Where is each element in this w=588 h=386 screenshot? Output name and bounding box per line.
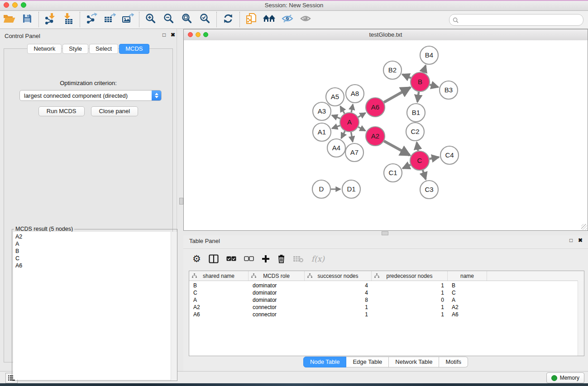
table-cell[interactable]: 1 [372,311,448,318]
close-panel-button[interactable]: Close panel [91,106,139,116]
table-cell[interactable]: C [448,290,487,296]
table-cell[interactable]: connector [249,304,305,310]
table-cell[interactable]: dominator [249,282,305,289]
mcds-result-item[interactable]: A2 [13,233,176,240]
import-table-button[interactable] [59,11,77,28]
hide-eye-button[interactable] [278,11,296,28]
table-cell[interactable]: A2 [448,304,487,310]
horizontal-divider-grip[interactable] [382,231,388,235]
close-panel-icon[interactable]: ✖ [171,32,175,38]
graph-edge-A-A1[interactable] [332,125,340,128]
zoom-fit-button[interactable] [178,11,196,28]
run-mcds-button[interactable]: Run MCDS [38,106,85,116]
float-panel-icon[interactable]: □ [163,32,166,38]
table-cell[interactable]: 1 [372,304,448,310]
graph-edge-C-C2[interactable] [417,143,418,151]
delete-table-button-disabled[interactable] [293,253,304,265]
tab-network-table[interactable]: Network Table [389,357,439,367]
table-cell[interactable]: B [189,282,249,289]
graph-edge-C-C4[interactable] [430,157,439,159]
mcds-result-item[interactable]: A [13,240,176,248]
graph-edge-A-A3[interactable] [332,115,340,119]
tab-mcds[interactable]: MCDS [119,44,149,54]
show-eye-button[interactable] [296,11,315,28]
table-cell[interactable]: A2 [189,304,249,310]
graph-edge-B-B2[interactable] [402,74,411,78]
mcds-result-item[interactable]: A6 [13,262,176,269]
graph-edge-A2-C[interactable] [384,141,410,155]
tab-style[interactable]: Style [62,44,88,54]
tab-motifs[interactable]: Motifs [439,357,468,367]
table-row[interactable]: Adominator80A [189,296,578,304]
table-scrollbar[interactable] [578,281,584,356]
graph-edge-A-A5[interactable] [340,106,344,114]
graph-edge-B-B1[interactable] [417,92,419,102]
column-header-successor-nodes[interactable]: successor nodes [305,271,372,281]
table-cell[interactable]: 0 [372,297,448,303]
graph-edge-C-C1[interactable] [403,165,411,168]
column-header-shared-name[interactable]: shared name [189,271,249,281]
graph-edge-A6-B[interactable] [384,87,410,102]
add-column-button[interactable] [262,253,270,265]
tab-node-table[interactable]: Node Table [303,357,347,367]
table-row[interactable]: Bdominator41B [189,282,578,289]
table-cell[interactable]: A6 [189,311,249,318]
duplicate-network-button[interactable] [242,11,260,28]
graph-edge-A-A8[interactable] [351,105,353,113]
search-input[interactable] [459,16,583,24]
table-cell[interactable]: 1 [372,290,448,296]
result-scrollbar[interactable] [171,232,177,381]
table-cell[interactable]: 1 [372,282,448,289]
mcds-result-item[interactable]: C [13,255,176,262]
import-network-button[interactable] [41,11,59,28]
tab-select[interactable]: Select [89,44,118,54]
refresh-button[interactable] [219,11,237,28]
export-table-button[interactable] [100,11,119,28]
open-file-button[interactable] [0,11,18,28]
function-builder-button-disabled[interactable]: f(x) [311,253,325,265]
export-image-button[interactable] [119,11,137,28]
float-table-panel-icon[interactable]: □ [569,237,573,243]
table-cell[interactable]: A [448,297,487,303]
column-header-name[interactable]: name [448,271,487,281]
vertical-divider-grip[interactable] [179,198,183,205]
graph-edge-A-A6[interactable] [358,113,365,117]
node-table[interactable]: shared nameMCDS rolesuccessor nodesprede… [189,271,584,356]
table-cell[interactable]: C [189,290,249,296]
table-settings-button[interactable]: ⚙ [192,253,201,265]
table-cell[interactable]: B [448,282,487,289]
search-field[interactable] [449,14,583,26]
memory-button[interactable]: Memory [546,372,584,383]
table-cell[interactable]: A [189,297,249,303]
delete-column-button[interactable] [277,253,285,265]
tab-network[interactable]: Network [27,44,62,54]
select-all-button[interactable] [226,253,236,265]
column-header-predecessor-nodes[interactable]: predecessor nodes [372,271,448,281]
table-row[interactable]: Cdominator41C [189,289,578,296]
zoom-in-button[interactable] [142,11,160,28]
table-cell[interactable]: dominator [249,290,305,296]
tab-edge-table[interactable]: Edge Table [346,357,389,367]
show-columns-button[interactable] [209,253,219,265]
window-resize-grip[interactable] [581,224,587,230]
table-cell[interactable]: 1 [305,304,372,310]
table-row[interactable]: A2connector11A2 [189,304,578,311]
graph-edge-A-A4[interactable] [341,131,345,138]
table-cell[interactable]: 1 [305,311,372,318]
table-cell[interactable]: 4 [305,282,372,289]
deselect-all-button[interactable] [244,253,254,265]
table-cell[interactable]: dominator [249,297,305,303]
graph-edge-B-B4[interactable] [423,66,425,72]
close-table-panel-icon[interactable]: ✖ [578,237,583,243]
table-cell[interactable]: A6 [448,311,487,318]
graph-edge-A-A7[interactable] [351,132,353,142]
save-session-button[interactable] [18,11,36,28]
network-canvas[interactable]: AA1A2A3A4A5A6A7A8BB1B2B3B4CC1C2C3C4DD1 [184,40,588,230]
zoom-selected-button[interactable] [196,11,214,28]
table-cell[interactable]: 4 [305,290,372,296]
zoom-out-button[interactable] [160,11,178,28]
mcds-result-list[interactable]: A2ABCA6 [13,232,176,380]
graph-edge-A-A2[interactable] [358,127,365,131]
table-cell[interactable]: 8 [305,297,372,303]
graph-edge-B-B3[interactable] [430,85,438,87]
